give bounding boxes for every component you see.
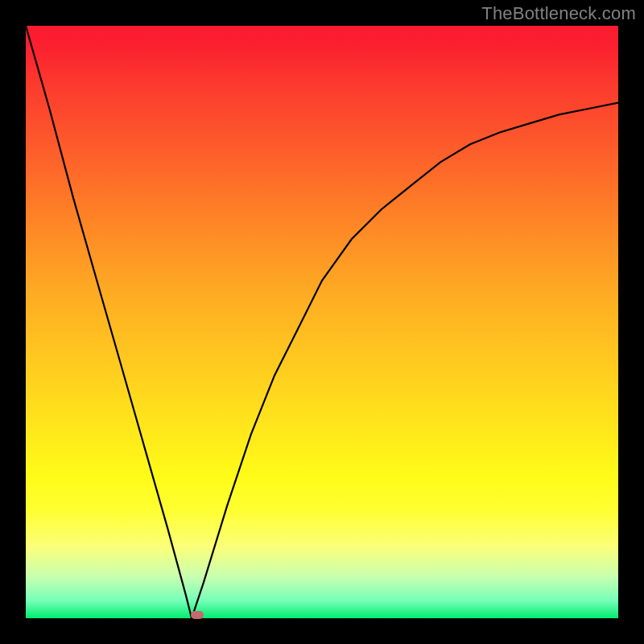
watermark-text: TheBottleneck.com: [481, 3, 636, 24]
plot-area: [26, 26, 618, 618]
bottleneck-curve: [26, 26, 618, 618]
chart-frame: TheBottleneck.com: [0, 0, 644, 644]
optimal-marker: [191, 611, 204, 619]
curve-path: [26, 26, 618, 618]
